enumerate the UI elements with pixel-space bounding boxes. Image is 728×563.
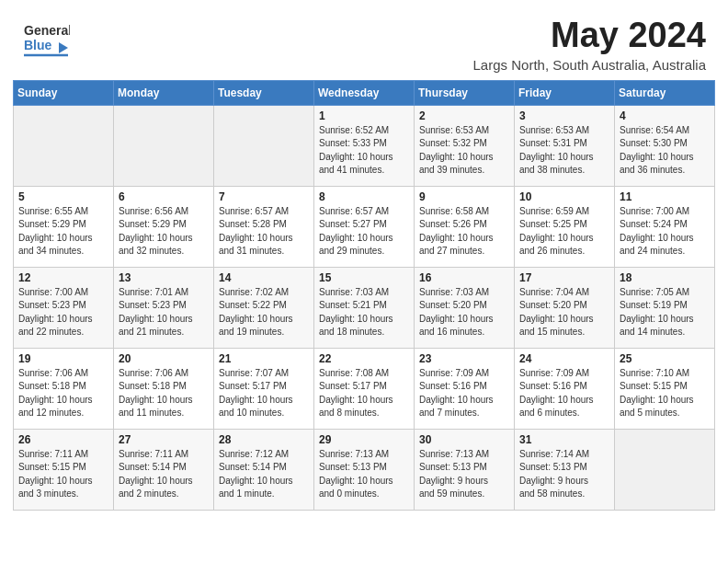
month-title: May 2024 xyxy=(473,17,706,55)
day-info: Sunrise: 6:53 AM Sunset: 5:32 PM Dayligh… xyxy=(419,124,509,178)
weekday-header: Friday xyxy=(515,80,615,105)
day-info: Sunrise: 7:09 AM Sunset: 5:16 PM Dayligh… xyxy=(519,367,609,420)
day-number: 8 xyxy=(319,190,409,203)
calendar-cell: 28Sunrise: 7:12 AM Sunset: 5:14 PM Dayli… xyxy=(214,429,314,510)
calendar-cell: 20Sunrise: 7:06 AM Sunset: 5:18 PM Dayli… xyxy=(114,348,214,429)
calendar-header: SundayMondayTuesdayWednesdayThursdayFrid… xyxy=(14,80,715,105)
day-info: Sunrise: 7:05 AM Sunset: 5:19 PM Dayligh… xyxy=(620,286,710,339)
day-info: Sunrise: 7:04 AM Sunset: 5:20 PM Dayligh… xyxy=(519,286,609,339)
day-number: 24 xyxy=(519,352,609,365)
day-number: 20 xyxy=(119,352,209,365)
day-number: 21 xyxy=(219,352,309,365)
calendar-cell: 6Sunrise: 6:56 AM Sunset: 5:29 PM Daylig… xyxy=(114,186,214,267)
day-info: Sunrise: 7:13 AM Sunset: 5:13 PM Dayligh… xyxy=(419,448,509,501)
day-info: Sunrise: 7:13 AM Sunset: 5:13 PM Dayligh… xyxy=(319,448,409,501)
calendar-cell: 17Sunrise: 7:04 AM Sunset: 5:20 PM Dayli… xyxy=(515,267,615,348)
svg-marker-2 xyxy=(59,42,68,53)
calendar-week-row: 5Sunrise: 6:55 AM Sunset: 5:29 PM Daylig… xyxy=(14,186,715,267)
day-number: 23 xyxy=(419,352,509,365)
day-number: 14 xyxy=(219,271,309,284)
day-info: Sunrise: 7:00 AM Sunset: 5:23 PM Dayligh… xyxy=(18,286,108,339)
day-info: Sunrise: 7:14 AM Sunset: 5:13 PM Dayligh… xyxy=(519,448,609,501)
page-header: General Blue May 2024 Largs North, South… xyxy=(0,0,728,80)
day-info: Sunrise: 7:02 AM Sunset: 5:22 PM Dayligh… xyxy=(219,286,309,339)
day-info: Sunrise: 6:57 AM Sunset: 5:28 PM Dayligh… xyxy=(219,205,309,259)
day-number: 13 xyxy=(119,271,209,284)
day-number: 4 xyxy=(620,109,710,122)
calendar-cell: 11Sunrise: 7:00 AM Sunset: 5:24 PM Dayli… xyxy=(615,186,715,267)
day-number: 1 xyxy=(319,109,409,122)
day-info: Sunrise: 6:55 AM Sunset: 5:29 PM Dayligh… xyxy=(18,205,108,259)
calendar-cell: 19Sunrise: 7:06 AM Sunset: 5:18 PM Dayli… xyxy=(14,348,114,429)
calendar-week-row: 26Sunrise: 7:11 AM Sunset: 5:15 PM Dayli… xyxy=(14,429,715,510)
day-info: Sunrise: 7:01 AM Sunset: 5:23 PM Dayligh… xyxy=(119,286,209,339)
day-number: 11 xyxy=(620,190,710,203)
day-info: Sunrise: 7:08 AM Sunset: 5:17 PM Dayligh… xyxy=(319,367,409,420)
calendar-cell: 23Sunrise: 7:09 AM Sunset: 5:16 PM Dayli… xyxy=(415,348,515,429)
calendar-week-row: 12Sunrise: 7:00 AM Sunset: 5:23 PM Dayli… xyxy=(14,267,715,348)
weekday-header: Saturday xyxy=(615,80,715,105)
weekday-header: Thursday xyxy=(415,80,515,105)
calendar-cell: 4Sunrise: 6:54 AM Sunset: 5:30 PM Daylig… xyxy=(615,105,715,186)
calendar-cell: 26Sunrise: 7:11 AM Sunset: 5:15 PM Dayli… xyxy=(14,429,114,510)
weekday-header: Monday xyxy=(114,80,214,105)
day-info: Sunrise: 6:56 AM Sunset: 5:29 PM Dayligh… xyxy=(119,205,209,259)
logo-icon: General Blue xyxy=(22,17,70,57)
calendar-cell xyxy=(14,105,114,186)
day-number: 2 xyxy=(419,109,509,122)
day-number: 19 xyxy=(18,352,108,365)
day-number: 26 xyxy=(18,433,108,446)
location-title: Largs North, South Australia, Australia xyxy=(473,57,706,73)
day-number: 31 xyxy=(519,433,609,446)
calendar-cell: 7Sunrise: 6:57 AM Sunset: 5:28 PM Daylig… xyxy=(214,186,314,267)
day-info: Sunrise: 6:58 AM Sunset: 5:26 PM Dayligh… xyxy=(419,205,509,259)
calendar-cell: 16Sunrise: 7:03 AM Sunset: 5:20 PM Dayli… xyxy=(415,267,515,348)
logo: General Blue xyxy=(22,17,70,57)
title-section: May 2024 Largs North, South Australia, A… xyxy=(473,17,706,73)
calendar-cell xyxy=(615,429,715,510)
day-number: 3 xyxy=(519,109,609,122)
calendar-cell: 12Sunrise: 7:00 AM Sunset: 5:23 PM Dayli… xyxy=(14,267,114,348)
weekday-header: Tuesday xyxy=(214,80,314,105)
day-info: Sunrise: 6:57 AM Sunset: 5:27 PM Dayligh… xyxy=(319,205,409,259)
day-info: Sunrise: 6:53 AM Sunset: 5:31 PM Dayligh… xyxy=(519,124,609,178)
weekday-row: SundayMondayTuesdayWednesdayThursdayFrid… xyxy=(14,80,715,105)
calendar-cell: 14Sunrise: 7:02 AM Sunset: 5:22 PM Dayli… xyxy=(214,267,314,348)
day-number: 28 xyxy=(219,433,309,446)
day-info: Sunrise: 7:03 AM Sunset: 5:20 PM Dayligh… xyxy=(419,286,509,339)
calendar-cell: 30Sunrise: 7:13 AM Sunset: 5:13 PM Dayli… xyxy=(415,429,515,510)
day-number: 15 xyxy=(319,271,409,284)
calendar-cell: 5Sunrise: 6:55 AM Sunset: 5:29 PM Daylig… xyxy=(14,186,114,267)
calendar-cell: 3Sunrise: 6:53 AM Sunset: 5:31 PM Daylig… xyxy=(515,105,615,186)
weekday-header: Wednesday xyxy=(314,80,415,105)
day-number: 10 xyxy=(519,190,609,203)
calendar-table: SundayMondayTuesdayWednesdayThursdayFrid… xyxy=(13,80,715,511)
calendar-cell: 27Sunrise: 7:11 AM Sunset: 5:14 PM Dayli… xyxy=(114,429,214,510)
calendar-week-row: 1Sunrise: 6:52 AM Sunset: 5:33 PM Daylig… xyxy=(14,105,715,186)
day-number: 5 xyxy=(18,190,108,203)
day-number: 12 xyxy=(18,271,108,284)
day-info: Sunrise: 7:11 AM Sunset: 5:14 PM Dayligh… xyxy=(119,448,209,501)
calendar-cell: 25Sunrise: 7:10 AM Sunset: 5:15 PM Dayli… xyxy=(615,348,715,429)
day-number: 16 xyxy=(419,271,509,284)
calendar-cell: 2Sunrise: 6:53 AM Sunset: 5:32 PM Daylig… xyxy=(415,105,515,186)
calendar-cell: 22Sunrise: 7:08 AM Sunset: 5:17 PM Dayli… xyxy=(314,348,415,429)
svg-text:General: General xyxy=(24,23,70,38)
day-info: Sunrise: 7:12 AM Sunset: 5:14 PM Dayligh… xyxy=(219,448,309,501)
weekday-header: Sunday xyxy=(14,80,114,105)
calendar-cell: 10Sunrise: 6:59 AM Sunset: 5:25 PM Dayli… xyxy=(515,186,615,267)
day-number: 29 xyxy=(319,433,409,446)
day-info: Sunrise: 6:54 AM Sunset: 5:30 PM Dayligh… xyxy=(620,124,710,178)
calendar-cell xyxy=(114,105,214,186)
calendar-cell: 13Sunrise: 7:01 AM Sunset: 5:23 PM Dayli… xyxy=(114,267,214,348)
calendar-cell: 9Sunrise: 6:58 AM Sunset: 5:26 PM Daylig… xyxy=(415,186,515,267)
day-number: 17 xyxy=(519,271,609,284)
calendar-wrapper: SundayMondayTuesdayWednesdayThursdayFrid… xyxy=(0,80,728,523)
day-info: Sunrise: 7:10 AM Sunset: 5:15 PM Dayligh… xyxy=(620,367,710,420)
day-number: 9 xyxy=(419,190,509,203)
calendar-cell: 24Sunrise: 7:09 AM Sunset: 5:16 PM Dayli… xyxy=(515,348,615,429)
day-info: Sunrise: 7:06 AM Sunset: 5:18 PM Dayligh… xyxy=(18,367,108,420)
day-info: Sunrise: 6:52 AM Sunset: 5:33 PM Dayligh… xyxy=(319,124,409,178)
day-info: Sunrise: 6:59 AM Sunset: 5:25 PM Dayligh… xyxy=(519,205,609,259)
day-info: Sunrise: 7:06 AM Sunset: 5:18 PM Dayligh… xyxy=(119,367,209,420)
